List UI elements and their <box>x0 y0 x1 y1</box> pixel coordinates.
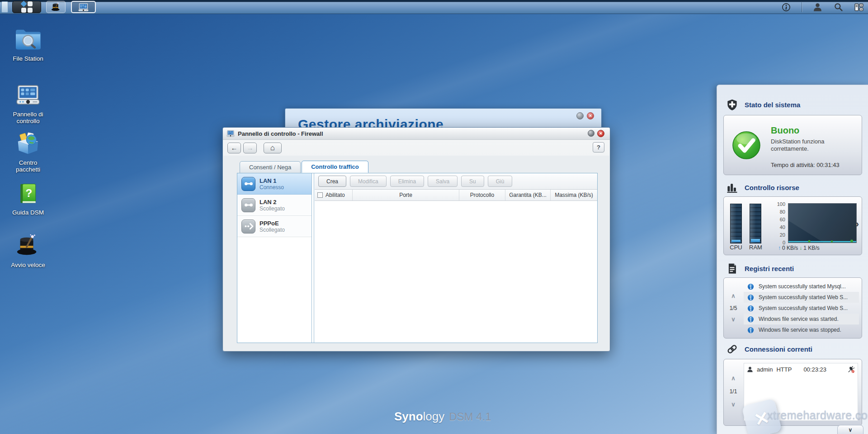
control-panel-icon <box>78 2 89 13</box>
pilot-view-button[interactable] <box>854 2 864 13</box>
pilot-view-icon <box>854 2 864 12</box>
logs-page-up-button[interactable]: ∧ <box>724 292 743 299</box>
tab-bar: Consenti / Nega Controllo traffico <box>240 161 368 173</box>
search-button[interactable] <box>833 2 844 13</box>
info-icon <box>747 305 754 312</box>
xtremehardware-watermark: xtremehardware.com <box>767 409 868 422</box>
back-button[interactable]: ← <box>227 143 241 153</box>
up-button[interactable]: Su <box>461 176 484 187</box>
interface-lan2[interactable]: LAN 2Scollegato <box>237 195 311 216</box>
rules-toolbar: Crea Modifica Elimina Salva Su Giù <box>315 173 597 190</box>
home-icon: ⌂ <box>270 143 275 153</box>
column-garantita[interactable]: Garantita (KB... <box>505 190 551 200</box>
home-button[interactable]: ⌂ <box>264 143 282 153</box>
connections-page-down-button[interactable]: ∨ <box>724 401 743 408</box>
pppoe-icon <box>243 220 255 232</box>
uptime-text: Tempo di attività: 00:31:43 <box>771 162 840 168</box>
chevron-right-icon: › <box>856 219 859 229</box>
back-icon: ← <box>231 144 238 152</box>
resource-monitor-header: Controllo risorse <box>726 181 799 194</box>
tab-controllo-traffico[interactable]: Controllo traffico <box>302 161 368 173</box>
collapse-widgets-button[interactable]: ∨ <box>837 425 863 434</box>
firewall-window: Pannello di controllo - Firewall ✕ ← → ⌂… <box>222 127 610 352</box>
cpu-gauge <box>730 204 742 243</box>
connections-page-up-button[interactable]: ∧ <box>724 375 743 382</box>
desktop-icon-dsm-help[interactable]: Guida DSM <box>2 182 54 216</box>
taskbar-quick-start-button[interactable] <box>46 1 66 13</box>
log-row[interactable]: System successfully started Web S... <box>744 303 859 314</box>
save-button[interactable]: Salva <box>428 176 458 187</box>
resource-monitor-panel: CPU RAM 100 80 60 40 20 0 ↑ 0 KB/s ↓ 1 K… <box>723 196 862 255</box>
info-icon <box>747 283 754 290</box>
taskbar-control-panel-button[interactable] <box>71 1 96 13</box>
quick-start-icon <box>14 234 42 258</box>
interface-lan1[interactable]: LAN 1Connesso <box>237 173 311 195</box>
select-all-checkbox[interactable] <box>317 192 323 198</box>
desktop-icon-control-panel[interactable]: Pannello dicontrollo <box>2 82 54 124</box>
axis-80: 80 <box>774 209 785 215</box>
main-menu-button[interactable] <box>12 1 41 13</box>
down-button[interactable]: Giù <box>488 176 513 187</box>
user-menu-button[interactable] <box>812 2 823 13</box>
info-button[interactable] <box>781 2 792 13</box>
show-desktop-button[interactable] <box>1 1 8 13</box>
close-button[interactable]: ✕ <box>587 112 594 119</box>
shield-icon <box>726 99 738 111</box>
download-icon: ↓ <box>799 245 802 251</box>
upload-icon: ↑ <box>778 245 781 251</box>
close-icon: ✕ <box>599 132 603 136</box>
delete-button[interactable]: Elimina <box>390 176 424 187</box>
recent-logs-header: Registri recenti <box>726 262 794 275</box>
status-description: DiskStation funziona <box>771 138 825 145</box>
axis-20: 20 <box>774 232 785 238</box>
interface-pppoe[interactable]: PPPoEScollegato <box>237 216 311 237</box>
log-row[interactable]: System successfully started Mysql... <box>744 281 859 292</box>
cpu-label: CPU <box>730 244 742 251</box>
column-abilitato[interactable]: Abilitato <box>315 190 353 200</box>
log-row[interactable]: Windows file service was stopped. <box>744 324 859 335</box>
lan-icon <box>243 178 255 190</box>
desktop-icon-quick-start[interactable]: Avvio veloce <box>2 234 54 268</box>
info-icon <box>747 294 754 301</box>
control-panel-icon <box>15 82 41 107</box>
column-porte[interactable]: Porte <box>353 190 459 200</box>
desktop-icon-file-station[interactable]: File Station <box>2 27 54 62</box>
user-icon <box>747 366 753 372</box>
connection-protocol: HTTP <box>776 366 792 373</box>
create-button[interactable]: Crea <box>318 176 346 187</box>
table-header: Abilitato Porte Protocollo Garantita (KB… <box>315 190 597 201</box>
network-rates: ↑ 0 KB/s ↓ 1 KB/s <box>778 245 820 251</box>
disconnect-icon[interactable] <box>847 366 855 373</box>
log-row[interactable]: System successfully started Web S... <box>744 292 859 303</box>
forward-button[interactable]: → <box>243 143 257 153</box>
window-title: Pannello di controllo - Firewall <box>238 130 323 137</box>
column-protocollo[interactable]: Protocollo <box>459 190 505 200</box>
file-station-icon <box>14 27 42 52</box>
axis-100: 100 <box>774 201 785 207</box>
upload-rate: 0 KB/s <box>782 245 798 251</box>
desktop-icon-package-center[interactable]: Centropacchetti <box>2 132 54 173</box>
tab-consenti-nega[interactable]: Consenti / Nega <box>240 161 301 173</box>
main-menu-icon <box>21 1 33 13</box>
help-button[interactable]: ? <box>593 142 604 153</box>
resource-next-page-button[interactable]: › <box>856 219 859 229</box>
chevron-down-icon: ∨ <box>731 316 736 323</box>
minimize-button[interactable] <box>588 130 594 137</box>
desktop-icon-label: Guida DSM <box>2 209 54 216</box>
connection-row[interactable]: admin HTTP 00:23:23 <box>744 363 858 375</box>
tab-content: LAN 1Connesso LAN 2Scollegato PPPoEScoll… <box>237 173 598 343</box>
titlebar[interactable]: Pannello di controllo - Firewall ✕ <box>223 128 610 140</box>
column-massima[interactable]: Massima (KB/s) <box>551 190 597 200</box>
logs-page-down-button[interactable]: ∨ <box>724 316 743 323</box>
logs-pager: ∧ 1/5 ∨ <box>724 278 743 338</box>
log-row[interactable]: Windows file service was started. <box>744 314 859 324</box>
interface-list: LAN 1Connesso LAN 2Scollegato PPPoEScoll… <box>237 173 312 343</box>
quick-start-icon <box>50 2 62 12</box>
axis-40: 40 <box>774 224 785 230</box>
minimize-button[interactable] <box>576 112 584 119</box>
desktop-icon-label: Centro <box>2 159 54 166</box>
current-connections-header: Connessioni correnti <box>726 343 812 355</box>
close-button[interactable]: ✕ <box>597 130 604 137</box>
edit-button[interactable]: Modifica <box>350 176 387 187</box>
search-icon <box>834 2 843 12</box>
